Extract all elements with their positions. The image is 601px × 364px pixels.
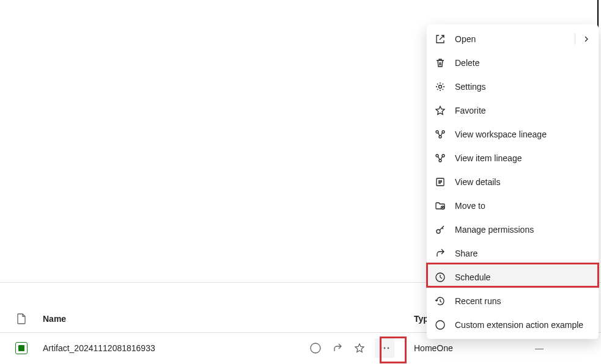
menu-label: Favorite: [455, 106, 591, 115]
menu-item-share[interactable]: Share: [427, 241, 599, 265]
svg-point-2: [384, 348, 386, 349]
menu-item-item-lineage[interactable]: View item lineage: [427, 146, 599, 170]
menu-item-schedule[interactable]: Schedule: [427, 265, 599, 289]
delete-icon: [434, 57, 446, 69]
menu-label: View item lineage: [455, 153, 591, 163]
svg-point-4: [439, 85, 442, 88]
menu-item-favorite[interactable]: Favorite: [427, 98, 599, 122]
lineage-icon: [434, 152, 446, 164]
menu-label: Share: [455, 249, 591, 258]
menu-item-permissions[interactable]: Manage permissions: [427, 217, 599, 241]
svg-point-5: [436, 131, 438, 133]
details-icon: [434, 176, 446, 188]
key-icon: [434, 224, 446, 236]
menu-label: Manage permissions: [455, 225, 591, 235]
row-icon-col: [0, 342, 43, 354]
menu-label: Open: [455, 34, 581, 44]
share-icon: [434, 247, 446, 260]
menu-label: Move to: [455, 201, 591, 211]
svg-point-0: [311, 343, 320, 353]
svg-point-10: [439, 159, 441, 162]
row-actions: [309, 338, 394, 358]
radio-select-button[interactable]: [309, 341, 322, 355]
menu-item-workspace-lineage[interactable]: View workspace lineage: [427, 122, 599, 146]
favorite-action-button[interactable]: [353, 341, 366, 355]
menu-item-view-details[interactable]: View details: [427, 170, 599, 194]
row-type: HomeOne: [414, 343, 453, 353]
menu-item-settings[interactable]: Settings: [427, 75, 599, 98]
menu-item-move-to[interactable]: Move to: [427, 194, 599, 217]
settings-icon: [434, 81, 446, 93]
menu-label: Schedule: [455, 272, 591, 282]
menu-label: View workspace lineage: [455, 129, 591, 139]
svg-point-9: [442, 155, 444, 157]
svg-point-8: [436, 155, 438, 157]
header-icon-col: [0, 313, 43, 324]
svg-point-7: [439, 136, 441, 138]
content-area: Name Type Artifact_20241112081816933: [0, 0, 601, 364]
circle-icon: [434, 319, 446, 331]
menu-item-delete[interactable]: Delete: [427, 51, 599, 75]
share-action-button[interactable]: [331, 341, 344, 355]
menu-label: View details: [455, 177, 591, 187]
star-icon: [434, 104, 446, 117]
clock-icon: [434, 271, 446, 283]
row-extra: —: [535, 343, 544, 353]
svg-point-3: [388, 348, 389, 349]
svg-point-1: [380, 348, 382, 349]
menu-divider: [575, 33, 575, 45]
menu-item-open[interactable]: Open: [427, 27, 599, 51]
menu-label: Recent runs: [455, 296, 591, 306]
svg-point-6: [442, 131, 444, 133]
chevron-right-icon: [581, 34, 591, 44]
artifact-icon: [15, 342, 28, 354]
open-icon: [434, 33, 446, 45]
lineage-icon: [434, 128, 446, 140]
menu-label: Settings: [455, 82, 591, 92]
svg-point-15: [436, 321, 444, 329]
menu-label: Delete: [455, 58, 591, 68]
menu-item-custom-extension[interactable]: Custom extension action example: [427, 313, 599, 337]
svg-point-13: [437, 230, 440, 233]
document-icon: [17, 313, 26, 324]
moveto-icon: [434, 200, 446, 212]
menu-item-recent-runs[interactable]: Recent runs: [427, 289, 599, 313]
more-options-button[interactable]: [375, 338, 394, 358]
context-menu: Open Delete Settings: [427, 24, 599, 339]
menu-label: Custom extension action example: [455, 320, 591, 330]
history-icon: [434, 295, 446, 307]
